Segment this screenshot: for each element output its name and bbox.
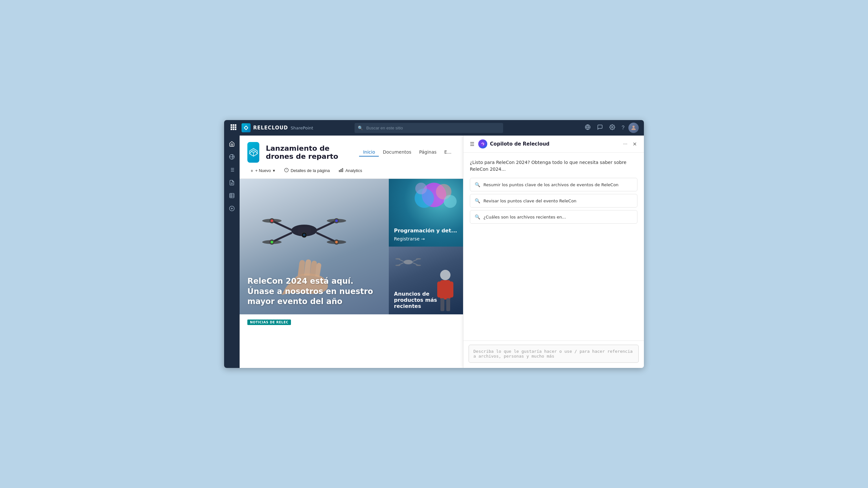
svg-point-79 — [480, 142, 485, 147]
suggestion-item-2[interactable]: 🔍 Revisar los puntos clave del evento Re… — [470, 194, 638, 207]
svg-point-64 — [440, 270, 451, 280]
site-title: Lanzamiento de drones de reparto — [266, 144, 346, 160]
bottom-section: NOTICIAS DE RELEC — [240, 314, 463, 330]
svg-point-11 — [612, 127, 613, 128]
help-button[interactable]: ? — [619, 123, 627, 133]
sidebar-item-home[interactable] — [226, 138, 238, 150]
site-title-area: Lanzamiento de drones de reparto — [266, 144, 346, 160]
svg-point-58 — [335, 241, 338, 243]
svg-rect-6 — [230, 128, 232, 130]
news-area: NOTICIAS DE RELEC — [247, 320, 291, 325]
nav-item-more[interactable]: E... — [440, 148, 455, 157]
sidebar-item-list[interactable] — [226, 164, 238, 175]
search-bar: 🔍 — [354, 123, 503, 133]
sidebar-item-add[interactable] — [226, 203, 238, 214]
svg-rect-1 — [233, 124, 235, 126]
copilot-body: ¿Listo para ReleCon 2024? Obtenga todo l… — [463, 153, 644, 340]
svg-point-57 — [271, 241, 273, 243]
svg-point-76 — [416, 258, 421, 259]
sidebar-item-page[interactable] — [226, 177, 238, 189]
svg-rect-4 — [233, 127, 235, 128]
info-icon — [284, 168, 289, 173]
svg-rect-23 — [229, 193, 234, 198]
top-nav: RELECLOUD SharePoint 🔍 — [224, 120, 644, 135]
svg-rect-2 — [235, 124, 237, 126]
svg-rect-5 — [235, 127, 237, 128]
new-button[interactable]: + + Nuevo ▾ — [247, 166, 278, 175]
translate-button[interactable] — [582, 122, 593, 133]
content-area: Lanzamiento de drones de reparto Inicio … — [240, 135, 463, 368]
page-details-button[interactable]: Detalles de la página — [281, 166, 333, 175]
svg-point-78 — [416, 265, 421, 266]
app-name: SharePoint — [290, 126, 313, 130]
copilot-menu-icon[interactable]: ☰ — [469, 140, 476, 149]
plus-icon: + — [251, 168, 253, 173]
svg-point-63 — [415, 183, 427, 194]
suggestion-item-1[interactable]: 🔍 Resumir los puntos clave de los archiv… — [470, 178, 638, 191]
copilot-title: Copiloto de Relecloud — [490, 141, 549, 147]
new-button-label: + Nuevo — [255, 168, 271, 173]
svg-rect-38 — [339, 170, 340, 172]
svg-point-62 — [444, 195, 457, 208]
register-button[interactable]: Registrarse → — [394, 236, 458, 241]
nav-item-documentos[interactable]: Documentos — [379, 148, 415, 157]
hero-right-bottom-title: Anuncios de productos más recientes — [394, 291, 458, 309]
page-content: ReleCon 2024 está aquí. Únase a nosotros… — [240, 179, 463, 368]
hero-right-top-title: Programación y det... — [394, 228, 458, 234]
copilot-header: ☰ Copiloto de Relecloud — [463, 135, 644, 153]
site-logo — [247, 142, 259, 163]
hero-right-bottom: Anuncios de productos más recientes — [389, 247, 463, 314]
suggestion-item-3[interactable]: 🔍 ¿Cuáles son los archivos recientes en.… — [470, 210, 638, 224]
svg-point-55 — [271, 220, 273, 222]
browser-window: RELECLOUD SharePoint 🔍 — [224, 120, 644, 368]
site-header: Lanzamiento de drones de reparto Inicio … — [240, 135, 463, 163]
svg-rect-7 — [233, 128, 235, 130]
svg-point-75 — [395, 258, 400, 259]
svg-rect-8 — [235, 128, 237, 130]
settings-button[interactable] — [607, 122, 618, 133]
copilot-more-button[interactable]: ··· — [621, 140, 629, 149]
svg-line-32 — [255, 151, 257, 154]
nav-item-paginas[interactable]: Páginas — [415, 148, 440, 157]
hero-right-top: Programación y det... Registrarse → — [389, 179, 463, 247]
hero-left: ReleCon 2024 está aquí. Únase a nosotros… — [240, 179, 389, 314]
analytics-button[interactable]: Analytics — [336, 166, 365, 175]
svg-point-70 — [404, 260, 413, 264]
svg-point-77 — [395, 265, 400, 266]
hero-section: ReleCon 2024 está aquí. Únase a nosotros… — [240, 179, 463, 314]
logo-text: RELECLOUD — [253, 125, 288, 131]
chevron-down-icon: ▾ — [273, 168, 275, 173]
svg-rect-36 — [342, 168, 343, 172]
copilot-close-button[interactable]: ✕ — [631, 140, 639, 149]
copilot-footer — [463, 340, 644, 368]
copilot-input[interactable] — [469, 345, 639, 363]
svg-point-12 — [632, 126, 635, 128]
nav-item-inicio[interactable]: Inicio — [359, 148, 379, 157]
waffle-icon[interactable] — [229, 123, 238, 133]
news-badge: NOTICIAS DE RELEC — [247, 320, 291, 325]
search-input[interactable] — [354, 123, 503, 133]
page-details-label: Detalles de la página — [290, 168, 330, 173]
copilot-actions: ··· ✕ — [621, 140, 639, 149]
hero-main-text: ReleCon 2024 está aquí. Únase a nosotros… — [247, 276, 381, 306]
search-icon: 🔍 — [358, 126, 363, 130]
svg-rect-3 — [230, 127, 232, 128]
svg-rect-37 — [341, 169, 341, 172]
svg-point-56 — [335, 220, 338, 222]
search-suggestion-icon-2: 🔍 — [475, 198, 480, 203]
toolbar: + + Nuevo ▾ Detalles de la página — [240, 163, 463, 179]
hero-right: Programación y det... Registrarse → — [389, 179, 463, 314]
feedback-button[interactable] — [594, 122, 606, 133]
register-label: Registrarse → — [394, 236, 425, 241]
logo-area: RELECLOUD SharePoint — [242, 123, 313, 132]
analytics-label: Analytics — [345, 168, 362, 173]
nav-actions: ? — [582, 122, 639, 133]
sidebar — [224, 135, 240, 368]
main-layout: Lanzamiento de drones de reparto Inicio … — [224, 135, 644, 368]
copilot-logo — [478, 139, 487, 149]
sidebar-item-table[interactable] — [226, 190, 238, 201]
search-suggestion-icon-1: 🔍 — [475, 182, 480, 187]
avatar[interactable] — [628, 123, 639, 133]
sidebar-item-globe[interactable] — [226, 151, 238, 163]
hero-text-left: ReleCon 2024 está aquí. Únase a nosotros… — [247, 276, 381, 306]
